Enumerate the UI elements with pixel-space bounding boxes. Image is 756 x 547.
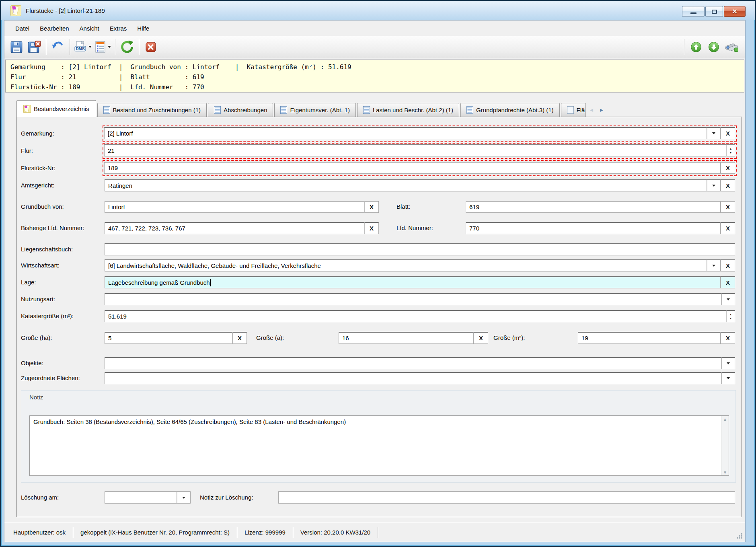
form-row-flur: Flur: 21 ▲▼ bbox=[17, 145, 742, 157]
tab-label: Flä bbox=[577, 107, 585, 113]
tab-lasten-und-beschr-abt2[interactable]: Lasten und Beschr. (Abt 2) (1) bbox=[357, 103, 459, 117]
spinner-down-icon[interactable]: ▼ bbox=[729, 317, 732, 320]
lfd-nummer-clear-button[interactable]: X bbox=[721, 222, 735, 234]
tab-eigentumsver-abt1[interactable]: Eigentumsver. (Abt. 1) bbox=[274, 103, 355, 117]
list-options-button[interactable] bbox=[93, 38, 112, 56]
katastergroesse-input[interactable]: 51.619 bbox=[105, 310, 726, 322]
lage-group: Lagebeschreibung gemäß Grundbuch X bbox=[105, 276, 735, 288]
dms-dropdown-caret-icon[interactable] bbox=[88, 46, 92, 48]
notiz-zur-loeschung-input[interactable] bbox=[278, 491, 735, 504]
refresh-button[interactable] bbox=[118, 38, 136, 56]
amtsgericht-input[interactable]: Ratingen bbox=[105, 179, 707, 191]
tab-scroll-left-icon[interactable]: ◄ bbox=[589, 107, 594, 113]
lfd-nummer-value: 770 bbox=[469, 225, 479, 232]
menu-ansicht[interactable]: Ansicht bbox=[74, 23, 105, 34]
chevron-down-icon bbox=[182, 497, 185, 499]
scroll-down-icon[interactable]: ▼ bbox=[723, 470, 727, 475]
lage-label: Lage: bbox=[21, 279, 36, 286]
gemarkung-clear-button[interactable]: X bbox=[721, 127, 735, 139]
link-search-button[interactable] bbox=[723, 38, 740, 56]
groesse-ha-value: 5 bbox=[108, 335, 111, 341]
form-row-nutzungsart: Nutzungsart: bbox=[17, 293, 742, 305]
minimize-button[interactable] bbox=[682, 6, 705, 17]
objekte-input[interactable] bbox=[105, 357, 721, 369]
gemarkung-input[interactable]: [2] Lintorf bbox=[104, 127, 707, 139]
tab-bestand-und-zuschreibungen[interactable]: Bestand und Zuschreibungen (1) bbox=[97, 103, 207, 117]
zugeordnete-flaechen-input[interactable] bbox=[105, 372, 721, 384]
flurstueck-nr-input[interactable]: 189 bbox=[104, 162, 721, 174]
groesse-a-clear-button[interactable]: X bbox=[474, 332, 488, 344]
scroll-up-icon[interactable]: ▲ bbox=[723, 417, 727, 422]
flurstueck-nr-label: Flurstück-Nr: bbox=[21, 165, 55, 171]
katastergroesse-value: 51.619 bbox=[108, 313, 127, 320]
flurstueck-nr-value: 189 bbox=[108, 165, 118, 171]
groesse-a-input[interactable]: 16 bbox=[339, 332, 474, 344]
tab-scroll-right-icon[interactable]: ► bbox=[599, 107, 604, 113]
navigate-previous-button[interactable] bbox=[687, 38, 705, 56]
menu-extras[interactable]: Extras bbox=[105, 23, 132, 34]
nutzungsart-input[interactable] bbox=[105, 293, 721, 305]
objekte-dropdown-button[interactable] bbox=[721, 357, 735, 369]
dms-button[interactable]: DMS bbox=[73, 38, 93, 56]
blatt-clear-button[interactable]: X bbox=[721, 201, 735, 213]
close-record-button[interactable] bbox=[142, 38, 160, 56]
spinner-up-icon[interactable]: ▲ bbox=[729, 313, 732, 316]
form-row-amtsgericht: Amtsgericht: Ratingen X bbox=[17, 179, 742, 191]
bisherige-lfd-nummer-clear-button[interactable]: X bbox=[364, 222, 379, 234]
lage-clear-button[interactable]: X bbox=[721, 276, 735, 288]
resize-grip[interactable] bbox=[737, 533, 743, 539]
groesse-ha-clear-button[interactable]: X bbox=[232, 332, 247, 344]
maximize-button[interactable] bbox=[705, 6, 723, 17]
grundbuch-von-clear-button[interactable]: X bbox=[364, 201, 379, 213]
tab-bestandsverzeichnis[interactable]: Bestandsverzeichnis bbox=[16, 100, 96, 117]
lage-input[interactable]: Lagebeschreibung gemäß Grundbuch bbox=[105, 276, 721, 288]
title-bar[interactable]: Flurstücke - [2] Lintorf-21-189 ✕ bbox=[1, 1, 755, 20]
chevron-down-icon bbox=[712, 185, 715, 187]
grundbuch-von-input[interactable]: Lintorf bbox=[105, 201, 364, 213]
notiz-text[interactable]: Grundbuch: Seiten 38 (Bestandsverzeichni… bbox=[30, 416, 721, 475]
wirtschaftsart-dropdown-button[interactable] bbox=[707, 259, 721, 271]
flur-spinner[interactable]: ▲▼ bbox=[726, 144, 735, 156]
blatt-input[interactable]: 619 bbox=[466, 201, 721, 213]
save-and-close-button[interactable] bbox=[25, 38, 43, 56]
spinner-down-icon[interactable]: ▼ bbox=[729, 151, 732, 154]
gemarkung-dropdown-button[interactable] bbox=[707, 127, 721, 139]
nutzungsart-dropdown-button[interactable] bbox=[721, 293, 735, 305]
notiz-group-title: Notiz bbox=[29, 394, 43, 401]
spinner-up-icon[interactable]: ▲ bbox=[729, 147, 732, 150]
form-row-lfd-nummern: Bisherige Lfd. Nummer: 467, 721, 722, 72… bbox=[17, 222, 742, 234]
zugeordnete-flaechen-dropdown-button[interactable] bbox=[721, 372, 735, 384]
grundbuch-von-label: Grundbuch von: bbox=[21, 203, 64, 210]
groesse-m2-clear-button[interactable]: X bbox=[721, 332, 735, 344]
wirtschaftsart-clear-button[interactable]: X bbox=[721, 259, 735, 271]
bisherige-lfd-nummer-input[interactable]: 467, 721, 722, 723, 736, 767 bbox=[105, 222, 364, 234]
navigate-next-button[interactable] bbox=[705, 38, 723, 56]
lfd-nummer-input[interactable]: 770 bbox=[466, 222, 721, 234]
liegenschaftsbuch-input[interactable] bbox=[105, 243, 735, 255]
tab-grundpfandrechte-abt3[interactable]: Grundpfandrechte (Abt.3) (1) bbox=[460, 103, 560, 117]
menu-bearbeiten[interactable]: Bearbeiten bbox=[35, 23, 74, 34]
notiz-scrollbar[interactable]: ▲ ▼ bbox=[721, 416, 729, 475]
amtsgericht-clear-button[interactable]: X bbox=[721, 179, 735, 191]
groesse-m2-input[interactable]: 19 bbox=[578, 332, 721, 344]
katastergroesse-spinner[interactable]: ▲▼ bbox=[726, 310, 735, 322]
gemarkung-value: [2] Lintorf bbox=[108, 130, 133, 137]
tab-flaechen-clipped[interactable]: Flä bbox=[561, 103, 586, 117]
clear-x-icon: X bbox=[370, 225, 374, 232]
loeschung-am-input[interactable] bbox=[105, 491, 177, 504]
groesse-ha-input[interactable]: 5 bbox=[105, 332, 232, 344]
loeschung-am-dropdown-button[interactable] bbox=[177, 491, 191, 504]
flur-input[interactable]: 21 bbox=[104, 144, 726, 156]
close-window-button[interactable]: ✕ bbox=[724, 6, 746, 17]
wirtschaftsart-input[interactable]: [6] Landwirtschaftsfläche, Waldfläche, G… bbox=[105, 259, 707, 271]
tab-abschreibungen[interactable]: Abschreibungen bbox=[208, 103, 273, 117]
undo-button[interactable] bbox=[49, 38, 67, 56]
save-button[interactable] bbox=[8, 38, 25, 56]
flurstueck-nr-clear-button[interactable]: X bbox=[721, 162, 735, 174]
amtsgericht-dropdown-button[interactable] bbox=[707, 179, 721, 191]
notiz-textarea[interactable]: Grundbuch: Seiten 38 (Bestandsverzeichni… bbox=[29, 415, 729, 476]
menu-hilfe[interactable]: Hilfe bbox=[132, 23, 154, 34]
gemarkung-required-outline: [2] Lintorf X bbox=[103, 125, 737, 142]
menu-datei[interactable]: Datei bbox=[10, 23, 35, 34]
list-dropdown-caret-icon[interactable] bbox=[108, 46, 111, 48]
